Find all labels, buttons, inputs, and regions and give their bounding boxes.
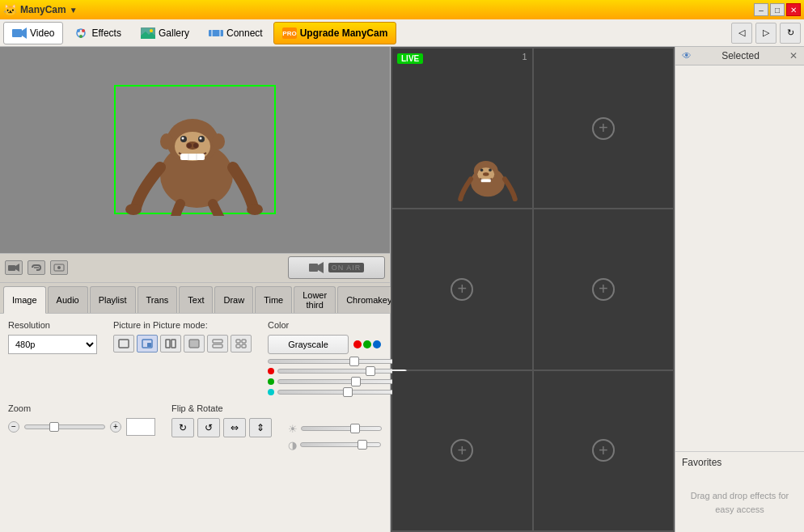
svg-rect-38 bbox=[119, 340, 129, 348]
zoom-slider-track[interactable] bbox=[24, 424, 105, 429]
tab-text[interactable]: Text bbox=[179, 286, 213, 313]
pip-label: Picture in Picture mode: bbox=[113, 320, 252, 330]
cyan-slider-track[interactable] bbox=[277, 390, 407, 395]
red-slider-thumb[interactable] bbox=[366, 366, 375, 376]
pip-split-h[interactable] bbox=[207, 335, 228, 353]
source-cell-1[interactable]: LIVE 1 bbox=[392, 49, 532, 208]
nav-effects[interactable]: Effects bbox=[65, 22, 129, 44]
add-source-2[interactable]: + bbox=[592, 117, 615, 140]
svg-rect-0 bbox=[12, 29, 22, 37]
tab-trans[interactable]: Trans bbox=[138, 286, 178, 313]
zoom-plus-btn[interactable]: + bbox=[110, 421, 121, 433]
source-cell-4[interactable]: + bbox=[534, 209, 674, 369]
flip-h-btn[interactable]: ⇔ bbox=[223, 418, 246, 437]
svg-rect-49 bbox=[242, 344, 246, 348]
cyan-slider-thumb[interactable] bbox=[343, 387, 353, 397]
green-indicator bbox=[268, 378, 274, 385]
window-controls: – □ ✕ bbox=[754, 3, 801, 16]
svg-point-55 bbox=[483, 173, 489, 177]
green-slider-track[interactable] bbox=[277, 379, 407, 384]
source-cell-3[interactable]: + bbox=[392, 209, 532, 369]
pip-grid-icon bbox=[235, 339, 247, 348]
on-air-badge: ON AIR bbox=[328, 263, 365, 272]
pip-single[interactable] bbox=[113, 335, 134, 353]
preview-area bbox=[0, 47, 390, 253]
pip-side-icon bbox=[165, 339, 176, 348]
flip-cw-btn[interactable]: ↻ bbox=[171, 418, 194, 437]
brightness-row: ☀ bbox=[288, 423, 382, 435]
add-source-5[interactable]: + bbox=[451, 439, 473, 462]
nav-gallery[interactable]: Gallery bbox=[132, 22, 198, 44]
cyan-indicator bbox=[268, 389, 274, 395]
settings-ctrl-icon[interactable] bbox=[50, 260, 68, 275]
rgb-slider-thumb[interactable] bbox=[349, 357, 359, 366]
maximize-button[interactable]: □ bbox=[770, 3, 785, 16]
svg-rect-43 bbox=[189, 340, 199, 348]
svg-point-53 bbox=[480, 169, 483, 172]
link-ctrl-icon[interactable] bbox=[28, 260, 45, 275]
close-button[interactable]: ✕ bbox=[786, 3, 801, 16]
svg-rect-9 bbox=[209, 30, 223, 36]
add-source-4[interactable]: + bbox=[592, 278, 615, 301]
brightness-thumb[interactable] bbox=[350, 424, 360, 433]
left-panel: ON AIR Image Audio Playlist Trans Text D… bbox=[0, 47, 391, 532]
pip-group: Picture in Picture mode: bbox=[113, 320, 252, 395]
pip-side[interactable] bbox=[160, 335, 181, 353]
camera-ctrl-icon[interactable] bbox=[5, 260, 23, 275]
link-icon bbox=[31, 264, 42, 272]
zoom-minus-btn[interactable]: − bbox=[8, 421, 19, 433]
grayscale-button[interactable]: Grayscale bbox=[268, 335, 349, 354]
pip-split-h-icon bbox=[212, 339, 223, 348]
green-slider-thumb[interactable] bbox=[351, 377, 361, 386]
brightness-track[interactable] bbox=[301, 426, 382, 431]
nav-refresh-btn[interactable]: ↻ bbox=[780, 23, 801, 44]
nav-back-btn[interactable]: ◁ bbox=[731, 23, 752, 44]
flip-v-btn[interactable]: ⇕ bbox=[249, 418, 272, 437]
svg-point-19 bbox=[182, 137, 184, 140]
resolution-select[interactable]: 480p bbox=[8, 335, 97, 354]
red-indicator bbox=[268, 368, 274, 374]
selected-header: 👁 Selected ✕ bbox=[675, 47, 804, 65]
app-logo-icon: 🐱 bbox=[3, 3, 17, 16]
tab-lower-third[interactable]: Lower third bbox=[294, 286, 336, 313]
svg-point-20 bbox=[200, 137, 202, 140]
source-cell-5[interactable]: + bbox=[392, 371, 532, 530]
title-dropdown-arrow[interactable]: ▼ bbox=[70, 6, 78, 15]
gorilla-preview[interactable] bbox=[114, 85, 276, 214]
record-button[interactable]: ON AIR bbox=[288, 256, 385, 279]
contrast-thumb[interactable] bbox=[358, 440, 367, 450]
tab-image[interactable]: Image bbox=[3, 286, 46, 314]
contrast-track[interactable] bbox=[300, 442, 381, 447]
source-cell-6[interactable]: + bbox=[534, 371, 674, 530]
favorites-label[interactable]: Favorites bbox=[675, 451, 804, 473]
title-bar: 🐱 ManyCam ▼ – □ ✕ bbox=[0, 0, 804, 19]
red-slider-track[interactable] bbox=[277, 369, 407, 374]
nav-video[interactable]: Video bbox=[3, 22, 63, 44]
add-source-6[interactable]: + bbox=[592, 439, 615, 462]
pip-full[interactable] bbox=[184, 335, 205, 353]
nav-upgrade[interactable]: PRO Upgrade ManyCam bbox=[273, 22, 397, 44]
svg-rect-47 bbox=[242, 340, 246, 343]
flip-ccw-btn[interactable]: ↺ bbox=[197, 418, 220, 437]
tab-playlist[interactable]: Playlist bbox=[90, 286, 136, 313]
camera-icon bbox=[8, 264, 19, 272]
tab-audio[interactable]: Audio bbox=[48, 286, 88, 313]
zoom-slider-thumb[interactable] bbox=[49, 422, 59, 432]
pip-pip[interactable] bbox=[137, 335, 158, 353]
rgb-slider-track[interactable] bbox=[268, 359, 397, 364]
color-sliders bbox=[268, 359, 407, 395]
minimize-button[interactable]: – bbox=[754, 3, 768, 16]
flip-rotate-label: Flip & Rotate bbox=[171, 403, 272, 413]
nav-connect[interactable]: Connect bbox=[200, 22, 272, 44]
source-grid: LIVE 1 + bbox=[391, 47, 675, 532]
selected-close-btn[interactable]: ✕ bbox=[789, 50, 798, 61]
source-cell-2[interactable]: + bbox=[534, 49, 674, 208]
pip-grid[interactable] bbox=[231, 335, 252, 353]
tab-time[interactable]: Time bbox=[255, 286, 292, 313]
tab-draw[interactable]: Draw bbox=[214, 286, 253, 313]
add-source-3[interactable]: + bbox=[451, 278, 473, 301]
blue-dot bbox=[373, 340, 381, 348]
nav-forward-btn[interactable]: ▷ bbox=[755, 23, 776, 44]
selected-content bbox=[675, 65, 804, 451]
svg-point-3 bbox=[77, 29, 80, 32]
